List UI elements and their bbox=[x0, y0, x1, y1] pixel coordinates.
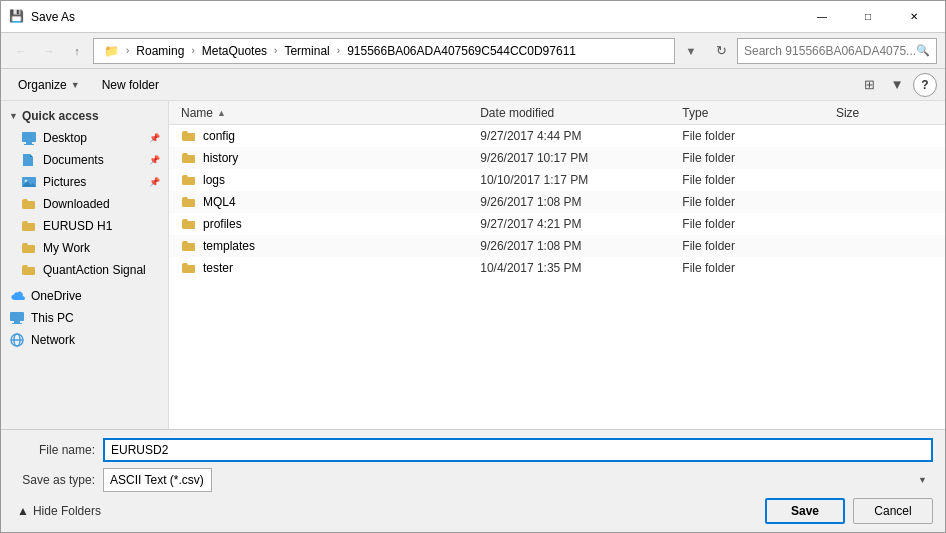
address-toolbar: ← → ↑ 📁 › Roaming › MetaQuotes › Termina… bbox=[1, 33, 945, 69]
file-name-text: tester bbox=[203, 261, 233, 275]
sidebar-item-eurusd[interactable]: EURUSD H1 bbox=[1, 215, 168, 237]
col-name-label: Name bbox=[181, 106, 213, 120]
downloaded-icon bbox=[21, 196, 37, 212]
svg-rect-8 bbox=[10, 312, 24, 321]
refresh-button[interactable]: ↻ bbox=[709, 39, 733, 63]
file-date-cell: 9/27/2017 4:21 PM bbox=[476, 217, 678, 231]
file-name-label: File name: bbox=[13, 443, 103, 457]
quick-access-arrow: ▼ bbox=[9, 111, 18, 121]
maximize-button[interactable]: □ bbox=[845, 1, 891, 33]
organize-button[interactable]: Organize ▼ bbox=[9, 73, 89, 97]
file-rows-container: config 9/27/2017 4:44 PM File folder his… bbox=[169, 125, 945, 279]
table-row[interactable]: tester 10/4/2017 1:35 PM File folder bbox=[169, 257, 945, 279]
svg-rect-2 bbox=[24, 144, 34, 145]
table-row[interactable]: history 9/26/2017 10:17 PM File folder bbox=[169, 147, 945, 169]
view-options-button[interactable]: ⊞ bbox=[857, 73, 881, 97]
quick-access-header[interactable]: ▼ Quick access bbox=[1, 105, 168, 127]
folder-icon bbox=[181, 194, 197, 210]
minimize-button[interactable]: — bbox=[799, 1, 845, 33]
file-type-cell: File folder bbox=[678, 173, 832, 187]
table-row[interactable]: MQL4 9/26/2017 1:08 PM File folder bbox=[169, 191, 945, 213]
documents-label: Documents bbox=[43, 153, 141, 167]
crumb-metaquotes[interactable]: MetaQuotes bbox=[198, 42, 271, 60]
desktop-pin-icon: 📌 bbox=[149, 133, 160, 143]
table-row[interactable]: logs 10/10/2017 1:17 PM File folder bbox=[169, 169, 945, 191]
quick-access-label: Quick access bbox=[22, 109, 99, 123]
file-name-cell: history bbox=[177, 150, 476, 166]
sidebar-item-mywork[interactable]: My Work bbox=[1, 237, 168, 259]
desktop-label: Desktop bbox=[43, 131, 141, 145]
up-button[interactable]: ↑ bbox=[65, 39, 89, 63]
pictures-icon bbox=[21, 174, 37, 190]
file-name-input[interactable] bbox=[103, 438, 933, 462]
col-header-size[interactable]: Size bbox=[832, 106, 937, 120]
new-folder-button[interactable]: New folder bbox=[93, 73, 168, 97]
mywork-icon bbox=[21, 240, 37, 256]
save-type-select[interactable]: ASCII Text (*.csv) bbox=[103, 468, 212, 492]
file-date-cell: 10/4/2017 1:35 PM bbox=[476, 261, 678, 275]
breadcrumb-folder-icon[interactable]: 📁 bbox=[100, 42, 123, 60]
sidebar-item-downloaded[interactable]: Downloaded bbox=[1, 193, 168, 215]
file-name-text: config bbox=[203, 129, 235, 143]
quantaction-icon bbox=[21, 262, 37, 278]
crumb-terminal[interactable]: Terminal bbox=[280, 42, 333, 60]
sidebar-item-thispc[interactable]: This PC bbox=[1, 307, 168, 329]
view-dropdown-arrow: ▼ bbox=[890, 77, 903, 92]
file-name-cell: logs bbox=[177, 172, 476, 188]
file-date-cell: 9/26/2017 1:08 PM bbox=[476, 195, 678, 209]
save-type-label: Save as type: bbox=[13, 473, 103, 487]
hide-folders-arrow-icon: ▲ bbox=[17, 504, 29, 518]
desktop-icon bbox=[21, 130, 37, 146]
quick-access-section: ▼ Quick access Desktop 📌 bbox=[1, 105, 168, 281]
file-name-cell: profiles bbox=[177, 216, 476, 232]
table-row[interactable]: templates 9/26/2017 1:08 PM File folder bbox=[169, 235, 945, 257]
view-dropdown-button[interactable]: ▼ bbox=[885, 73, 909, 97]
network-icon bbox=[9, 332, 25, 348]
hide-folders-button[interactable]: ▲ Hide Folders bbox=[13, 500, 105, 522]
col-header-type[interactable]: Type bbox=[678, 106, 832, 120]
network-label: Network bbox=[31, 333, 160, 347]
sidebar-item-pictures[interactable]: Pictures 📌 bbox=[1, 171, 168, 193]
sidebar-item-network[interactable]: Network bbox=[1, 329, 168, 351]
file-type-cell: File folder bbox=[678, 261, 832, 275]
svg-rect-10 bbox=[12, 323, 22, 324]
sidebar-item-documents[interactable]: Documents 📌 bbox=[1, 149, 168, 171]
sidebar-item-onedrive[interactable]: OneDrive bbox=[1, 285, 168, 307]
file-name-row: File name: bbox=[13, 438, 933, 462]
crumb-hash[interactable]: 915566BA06ADA407569C544CC0D97611 bbox=[343, 42, 580, 60]
address-bar[interactable]: 📁 › Roaming › MetaQuotes › Terminal › 91… bbox=[93, 38, 675, 64]
col-type-label: Type bbox=[682, 106, 708, 120]
table-row[interactable]: profiles 9/27/2017 4:21 PM File folder bbox=[169, 213, 945, 235]
table-row[interactable]: config 9/27/2017 4:44 PM File folder bbox=[169, 125, 945, 147]
svg-rect-1 bbox=[26, 142, 32, 144]
close-button[interactable]: ✕ bbox=[891, 1, 937, 33]
address-dropdown-button[interactable]: ▼ bbox=[679, 39, 703, 63]
folder-icon bbox=[181, 260, 197, 276]
window-icon: 💾 bbox=[9, 9, 25, 25]
downloaded-label: Downloaded bbox=[43, 197, 160, 211]
sidebar: ▼ Quick access Desktop 📌 bbox=[1, 101, 169, 429]
svg-marker-4 bbox=[30, 154, 33, 157]
pictures-label: Pictures bbox=[43, 175, 141, 189]
sort-arrow-name: ▲ bbox=[217, 108, 226, 118]
col-header-date[interactable]: Date modified bbox=[476, 106, 678, 120]
action-row: ▲ Hide Folders Save Cancel bbox=[13, 498, 933, 524]
bottom-bar: File name: Save as type: ASCII Text (*.c… bbox=[1, 429, 945, 532]
search-input[interactable] bbox=[744, 44, 916, 58]
crumb-roaming[interactable]: Roaming bbox=[132, 42, 188, 60]
view-icon: ⊞ bbox=[864, 77, 875, 92]
pictures-pin-icon: 📌 bbox=[149, 177, 160, 187]
col-header-name[interactable]: Name ▲ bbox=[177, 106, 476, 120]
back-button[interactable]: ← bbox=[9, 39, 33, 63]
file-type-cell: File folder bbox=[678, 129, 832, 143]
sidebar-item-desktop[interactable]: Desktop 📌 bbox=[1, 127, 168, 149]
sidebar-item-quantaction[interactable]: QuantAction Signal bbox=[1, 259, 168, 281]
cancel-button[interactable]: Cancel bbox=[853, 498, 933, 524]
thispc-icon bbox=[9, 310, 25, 326]
file-name-text: history bbox=[203, 151, 238, 165]
forward-button[interactable]: → bbox=[37, 39, 61, 63]
help-button[interactable]: ? bbox=[913, 73, 937, 97]
save-button[interactable]: Save bbox=[765, 498, 845, 524]
file-date-cell: 10/10/2017 1:17 PM bbox=[476, 173, 678, 187]
organize-label: Organize bbox=[18, 78, 67, 92]
